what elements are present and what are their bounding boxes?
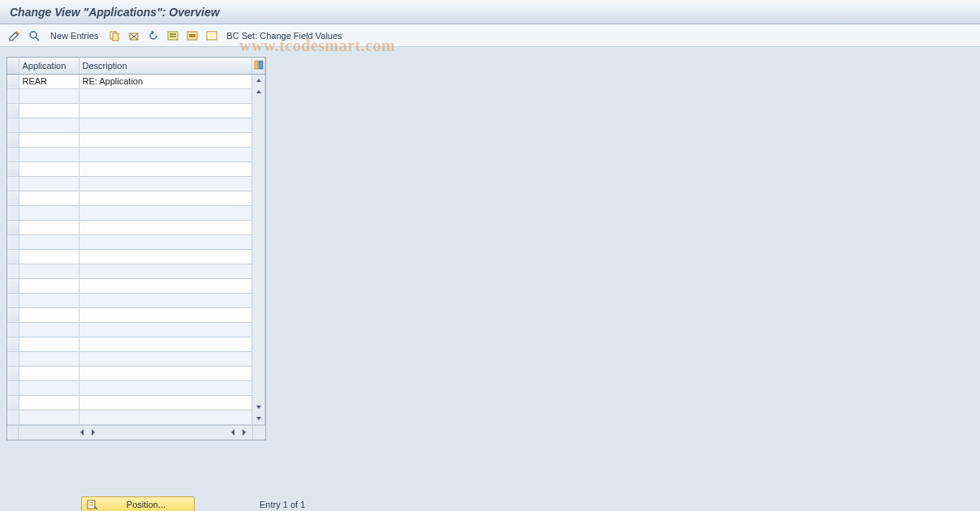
- cell-application[interactable]: [19, 147, 79, 161]
- row-selector[interactable]: [7, 161, 19, 176]
- cell-description[interactable]: [79, 88, 252, 103]
- row-selector[interactable]: [7, 410, 19, 424]
- row-selector[interactable]: [7, 278, 19, 293]
- row-selector[interactable]: [7, 88, 19, 103]
- copy-as-icon[interactable]: [106, 28, 122, 44]
- cell-description[interactable]: [79, 410, 252, 424]
- table-row[interactable]: [7, 366, 265, 380]
- select-all-icon[interactable]: [165, 28, 181, 44]
- table-settings-button[interactable]: [252, 58, 265, 74]
- table-row[interactable]: [7, 264, 265, 278]
- table-row[interactable]: [7, 191, 265, 205]
- table-row[interactable]: [7, 118, 265, 132]
- cell-description[interactable]: [79, 103, 252, 118]
- table-row[interactable]: [7, 147, 265, 161]
- cell-application[interactable]: [19, 351, 79, 366]
- table-row[interactable]: [7, 161, 265, 176]
- select-block-icon[interactable]: [184, 28, 200, 44]
- cell-application[interactable]: [19, 176, 79, 191]
- row-selector[interactable]: [7, 220, 19, 234]
- scroll-right-icon[interactable]: [88, 427, 98, 437]
- cell-application[interactable]: REAR: [19, 74, 79, 88]
- cell-description[interactable]: [79, 278, 252, 293]
- cell-application[interactable]: [19, 366, 79, 380]
- table-row[interactable]: [7, 337, 265, 351]
- row-selector[interactable]: [7, 176, 19, 191]
- cell-description[interactable]: [79, 322, 252, 337]
- cell-description[interactable]: [79, 366, 252, 380]
- table-row[interactable]: [7, 205, 265, 220]
- table-row[interactable]: [7, 307, 265, 322]
- row-selector[interactable]: [7, 74, 19, 88]
- table-row[interactable]: [7, 410, 265, 424]
- cell-description[interactable]: [79, 147, 252, 161]
- row-selector[interactable]: [7, 264, 19, 278]
- table-row[interactable]: [7, 220, 265, 234]
- row-selector[interactable]: [7, 293, 19, 307]
- cell-description[interactable]: [79, 161, 252, 176]
- cell-description[interactable]: [79, 293, 252, 307]
- horizontal-scrollbar[interactable]: [7, 425, 265, 440]
- cell-application[interactable]: [19, 234, 79, 249]
- cell-application[interactable]: [19, 380, 79, 395]
- cell-description[interactable]: [79, 118, 252, 132]
- cell-application[interactable]: [19, 220, 79, 234]
- cell-description[interactable]: [79, 307, 252, 322]
- table-row[interactable]: [7, 395, 265, 410]
- toggle-display-change-icon[interactable]: [6, 28, 23, 44]
- cell-application[interactable]: [19, 88, 79, 103]
- row-selector[interactable]: [7, 118, 19, 132]
- deselect-all-icon[interactable]: [204, 28, 220, 44]
- scroll-up-step-icon[interactable]: [253, 86, 264, 97]
- cell-application[interactable]: [19, 249, 79, 264]
- row-selector[interactable]: [7, 191, 19, 205]
- cell-description[interactable]: [79, 337, 252, 351]
- cell-description[interactable]: [79, 351, 252, 366]
- scroll-left-icon[interactable]: [77, 427, 87, 437]
- scroll-down-step-icon[interactable]: [253, 402, 264, 413]
- cell-description[interactable]: [79, 205, 252, 220]
- cell-description[interactable]: [79, 176, 252, 191]
- table-row[interactable]: [7, 322, 265, 337]
- table-row[interactable]: [7, 88, 265, 103]
- cell-application[interactable]: [19, 191, 79, 205]
- row-selector[interactable]: [7, 249, 19, 264]
- table-row[interactable]: [7, 234, 265, 249]
- scroll-right2-icon[interactable]: [239, 427, 249, 437]
- cell-application[interactable]: [19, 307, 79, 322]
- cell-application[interactable]: [19, 103, 79, 118]
- cell-description[interactable]: [79, 220, 252, 234]
- row-selector[interactable]: [7, 351, 19, 366]
- row-selector[interactable]: [7, 380, 19, 395]
- table-row[interactable]: [7, 176, 265, 191]
- column-header-description[interactable]: Description: [79, 58, 252, 74]
- row-selector[interactable]: [7, 234, 19, 249]
- cell-application[interactable]: [19, 322, 79, 337]
- row-selector[interactable]: [7, 147, 19, 161]
- table-row[interactable]: [7, 351, 265, 366]
- cell-application[interactable]: [19, 337, 79, 351]
- cell-application[interactable]: [19, 410, 79, 424]
- cell-description[interactable]: [79, 132, 252, 147]
- position-button[interactable]: Position...: [81, 496, 195, 511]
- row-selector[interactable]: [7, 307, 19, 322]
- column-header-application[interactable]: Application: [19, 58, 79, 74]
- find-icon[interactable]: [26, 28, 42, 44]
- cell-application[interactable]: [19, 118, 79, 132]
- cell-description[interactable]: [79, 249, 252, 264]
- cell-application[interactable]: [19, 132, 79, 147]
- scroll-up-icon[interactable]: [253, 75, 264, 86]
- row-selector-header[interactable]: [7, 58, 19, 74]
- row-selector[interactable]: [7, 337, 19, 351]
- scroll-down-icon[interactable]: [253, 413, 264, 424]
- cell-application[interactable]: [19, 278, 79, 293]
- cell-description[interactable]: RE: Application: [79, 74, 252, 88]
- delete-icon[interactable]: [126, 28, 142, 44]
- bc-set-label[interactable]: BC Set: Change Field Values: [223, 29, 345, 42]
- row-selector[interactable]: [7, 205, 19, 220]
- table-row[interactable]: [7, 380, 265, 395]
- row-selector[interactable]: [7, 322, 19, 337]
- cell-description[interactable]: [79, 264, 252, 278]
- row-selector[interactable]: [7, 366, 19, 380]
- cell-description[interactable]: [79, 395, 252, 410]
